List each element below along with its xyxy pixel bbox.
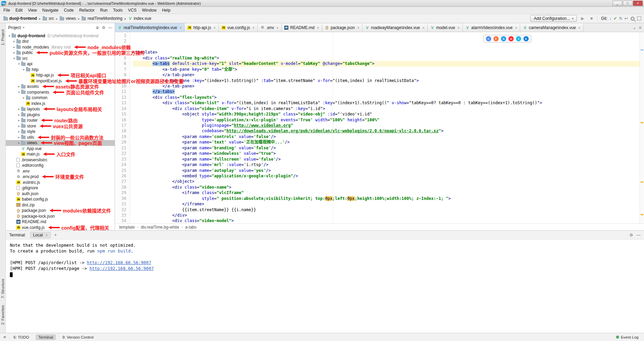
close-icon[interactable]: × [515, 26, 517, 30]
breadcrumb-item[interactable]: realTimeMonitoring [81, 16, 123, 21]
rollback-icon[interactable]: ↩ [625, 16, 628, 21]
chevron-down-icon[interactable]: ▾ [12, 57, 16, 60]
chevron-down-icon[interactable]: ▾ [22, 68, 26, 71]
tree-row[interactable]: {}package.jsonmodules依赖描述文件 [6, 208, 115, 214]
editor-breadcrumb-item[interactable]: template [119, 225, 135, 230]
close-icon[interactable]: × [180, 26, 182, 30]
chevron-right-icon[interactable]: ▸ [17, 141, 21, 145]
chevron-right-icon[interactable]: ▸ [12, 51, 16, 54]
settings-square-icon[interactable] [637, 16, 641, 21]
history-icon[interactable]: ↻ [619, 16, 622, 21]
edge-browser-icon[interactable]: E [524, 36, 529, 41]
locate-icon[interactable]: ⊕ [96, 25, 99, 30]
menu-item-file[interactable]: File [1, 7, 13, 13]
chevron-right-icon[interactable]: ▸ [17, 85, 21, 88]
chevron-right-icon[interactable]: ▸ [17, 136, 21, 139]
chevron-down-icon[interactable]: ▾ [17, 91, 21, 94]
tool-window-button-1-project[interactable]: 1: Project [1, 29, 5, 45]
tab-list-icon[interactable]: ≡ [639, 25, 641, 30]
tree-row[interactable]: {}auth.json [6, 191, 115, 197]
close-icon[interactable]: × [578, 26, 580, 30]
terminal-output[interactable]: Note that the development build is not o… [6, 240, 644, 333]
tree-row[interactable]: {}package-lock.json [6, 214, 115, 219]
status-bar-item-terminal[interactable]: Terminal [36, 335, 55, 340]
close-icon[interactable]: × [276, 26, 278, 30]
terminal-tab-local[interactable]: Local × [30, 232, 51, 238]
chevron-right-icon[interactable]: ▸ [12, 45, 16, 49]
editor-tab[interactable]: JShttp-api.js× [185, 23, 218, 32]
minimize-button[interactable]: _ [613, 1, 622, 6]
breadcrumb-item[interactable]: Vindex.vue [128, 16, 152, 21]
debug-icon[interactable]: ■ [588, 16, 595, 21]
menu-item-edit[interactable]: Edit [13, 7, 25, 13]
minimize-panel-icon[interactable]: — [636, 233, 641, 237]
chevron-right-icon[interactable]: ▸ [17, 113, 21, 117]
editor-tab[interactable]: VcameraManage\index.vue× [520, 23, 584, 32]
code-content[interactable]: <template> <div class="realTime bg-white… [130, 32, 640, 223]
chevron-right-icon[interactable]: ▸ [17, 124, 21, 128]
add-configuration-button[interactable]: Add Configuration... ▾ [530, 15, 577, 22]
menu-item-vcs[interactable]: VCS [125, 7, 139, 13]
close-icon[interactable]: × [457, 26, 459, 30]
safari-browser-icon[interactable]: S [501, 36, 506, 41]
tree-row[interactable]: ▸publicpublic资源文件夹，一般放引用的第三方插件 [6, 50, 115, 56]
editor-tab[interactable]: VroadwayManage\index.vue× [362, 23, 428, 32]
tool-window-button-7-structure[interactable]: 7: Structure [1, 279, 5, 298]
breadcrumb-item[interactable]: views [59, 16, 76, 21]
tree-row[interactable]: JSvue.config.jsconfig配置、代理相关 [6, 225, 115, 231]
firefox-browser-icon[interactable]: F [493, 36, 499, 41]
editor-tab[interactable]: ValarmVideos\index.vue× [463, 23, 520, 32]
chevron-right-icon[interactable]: ▸ [17, 130, 21, 133]
chevron-down-icon[interactable]: ▾ [23, 26, 24, 29]
project-panel-title[interactable]: Project [8, 25, 21, 30]
tree-row[interactable]: .gitignore [6, 185, 115, 191]
tree-row[interactable]: ▾duoji-frontend D:\zheheWeb\duoji-fronte… [6, 33, 115, 39]
tree-row[interactable]: ▾api [6, 61, 115, 67]
editor-tab[interactable]: Vmodel.vue× [428, 23, 463, 32]
editor-tab[interactable]: JSvue.config.js× [219, 23, 258, 32]
tree-row[interactable]: ▸common [6, 95, 115, 101]
menu-item-tools[interactable]: Tools [110, 7, 125, 13]
tree-row[interactable]: .browserslistrc [6, 157, 115, 163]
tool-window-button-2-favorites[interactable]: 2: Favorites [1, 305, 5, 325]
menu-item-view[interactable]: View [25, 7, 40, 13]
breadcrumb-item[interactable]: src [42, 16, 55, 21]
editor-tab[interactable]: MREADME.md× [282, 23, 322, 32]
menu-item-help[interactable]: Help [159, 7, 173, 13]
tree-row[interactable]: ▸storevuex公共资源 [6, 123, 115, 129]
close-icon[interactable]: × [317, 26, 319, 30]
tree-row[interactable]: ▸layoutslayouts全局布局相关 [6, 106, 115, 112]
status-bar-item-event-log[interactable]: Event Log [614, 335, 641, 340]
scrollbar-error-stripe[interactable] [640, 32, 644, 223]
chevron-down-icon[interactable]: ▾ [7, 34, 12, 38]
menu-item-run[interactable]: Run [97, 7, 110, 13]
maximize-button[interactable]: □ [623, 1, 632, 6]
tree-row[interactable]: ⚙.env.prod环境变量文件 [6, 174, 115, 180]
gear-icon[interactable]: ⚙ [629, 233, 633, 237]
terminal-link[interactable]: http://192.168.66.56:9007 [89, 266, 154, 271]
opera-browser-icon[interactable]: O [509, 36, 514, 41]
editor-tab[interactable]: VrealTimeMonitoring\index.vue× [115, 23, 185, 32]
tree-row[interactable]: .editorconfig [6, 163, 115, 168]
chevron-right-icon[interactable]: ▸ [22, 96, 26, 99]
menu-item-refactor[interactable]: Refactor [76, 7, 97, 13]
close-icon[interactable]: × [253, 26, 255, 30]
chevron-right-icon[interactable]: ▸ [17, 119, 21, 122]
run-icon[interactable]: ▶ [579, 16, 586, 21]
menu-item-window[interactable]: Window [139, 7, 159, 13]
terminal-link[interactable]: http://192.168.66.56:9007 [87, 260, 151, 265]
gear-icon[interactable]: ⚙ [102, 25, 105, 30]
close-icon[interactable]: × [213, 26, 215, 30]
close-button[interactable]: × [633, 1, 643, 6]
chevron-down-icon[interactable]: ⌄ [633, 25, 636, 30]
status-bar-item-9-version-control[interactable]: 9: Version Control [60, 335, 96, 340]
update-icon[interactable]: ↓ [610, 16, 612, 21]
editor-tab[interactable]: {}package.json× [322, 23, 362, 32]
hide-panel-icon[interactable]: — [108, 25, 112, 30]
close-icon[interactable]: × [357, 26, 359, 30]
tree-row[interactable]: JSbabel.config.js [6, 196, 115, 202]
status-bar-item-6-todo[interactable]: 6: TODO [12, 335, 31, 340]
tree-row[interactable]: JS.eslintrc.js [6, 180, 115, 186]
search-everywhere-icon[interactable] [631, 17, 634, 21]
tree-row[interactable]: JSmain.js入口文件 [6, 151, 115, 157]
